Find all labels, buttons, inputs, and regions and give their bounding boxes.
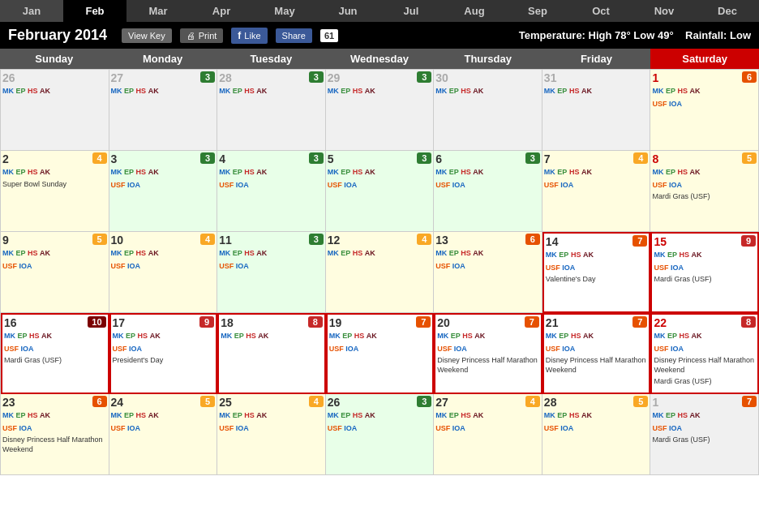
crowd-badge: 3 <box>417 396 431 407</box>
calendar-day[interactable]: 1 6 MK EP HS AK USF IOA <box>650 70 759 151</box>
park-codes-row1: MK EP HS AK <box>219 86 324 97</box>
calendar-day[interactable]: 27 3 MK EP HS AK <box>109 70 218 151</box>
calendar-day[interactable]: 1 7 MK EP HS AK USF IOA Mardi Gras (USF) <box>650 394 759 475</box>
calendar-day[interactable]: 30 MK EP HS AK <box>434 70 542 151</box>
print-button[interactable]: 🖨 Print <box>180 28 224 43</box>
print-label: Print <box>199 31 217 41</box>
crowd-badge: 3 <box>309 152 324 164</box>
month-dec[interactable]: Dec <box>696 0 759 22</box>
cell-top: 26 3 <box>328 396 432 409</box>
temp-high: High 78° <box>589 29 631 41</box>
park-codes-row1: MK EP HS AK <box>652 167 757 178</box>
calendar-day[interactable]: 6 3 MK EP HS AK USF IOA <box>434 151 542 232</box>
park-codes-row2: USF IOA <box>652 423 757 434</box>
cell-date: 27 <box>111 71 124 84</box>
cell-top: 1 6 <box>652 71 757 84</box>
month-sep[interactable]: Sep <box>506 0 569 22</box>
park-codes-row2: USF IOA <box>328 423 432 434</box>
header-saturday: Saturday <box>650 49 759 69</box>
calendar-day[interactable]: 20 7 MK EP HS AK USF IOA Disney Princess… <box>434 313 542 394</box>
cell-date: 1 <box>652 71 658 84</box>
calendar-day[interactable]: 4 3 MK EP HS AK USF IOA <box>217 151 326 232</box>
park-codes-row1: MK EP HS AK <box>2 167 107 178</box>
calendar-day[interactable]: 8 5 MK EP HS AK USF IOA Mardi Gras (USF) <box>650 151 759 232</box>
facebook-share[interactable]: Share <box>276 28 312 43</box>
park-codes-row2: USF IOA <box>546 344 648 354</box>
calendar-day[interactable]: 9 5 MK EP HS AK USF IOA <box>1 232 109 313</box>
month-jul[interactable]: Jul <box>380 0 443 22</box>
calendar-day[interactable]: 13 6 MK EP HS AK USF IOA <box>434 232 542 313</box>
header-wednesday: Wednesday <box>325 49 434 69</box>
park-codes-row1: MK EP HS AK <box>654 331 756 341</box>
park-codes-row1: MK EP HS AK <box>4 331 106 341</box>
calendar-day[interactable]: 11 3 MK EP HS AK USF IOA <box>217 232 326 313</box>
month-nov[interactable]: Nov <box>632 0 696 22</box>
month-may[interactable]: May <box>253 0 316 22</box>
rainfall-label: Rainfall: <box>685 29 727 41</box>
calendar-day[interactable]: 15 9 MK EP HS AK USF IOA Mardi Gras (USF… <box>650 232 759 313</box>
calendar-day[interactable]: 24 5 MK EP HS AK USF IOA <box>109 394 218 475</box>
park-codes-row1: MK EP HS AK <box>111 248 216 259</box>
month-jun[interactable]: Jun <box>316 0 380 22</box>
event-label: Disney Princess Half Marathon Weekend <box>546 356 648 375</box>
cell-top: 29 3 <box>328 71 432 84</box>
park-codes-row2: USF IOA <box>111 261 216 272</box>
event-label: Super Bowl Sunday <box>2 180 107 190</box>
month-oct[interactable]: Oct <box>569 0 632 22</box>
calendar-day[interactable]: 28 5 MK EP HS AK USF IOA <box>542 394 651 475</box>
crowd-badge: 3 <box>200 71 215 83</box>
calendar-day[interactable]: 25 4 MK EP HS AK USF IOA <box>217 394 326 475</box>
park-codes-row1: MK EP HS AK <box>435 248 540 259</box>
event-label: Disney Princess Half Marathon Weekend <box>437 356 539 375</box>
crowd-badge: 3 <box>309 234 324 245</box>
view-key-button[interactable]: View Key <box>122 28 172 43</box>
calendar-day[interactable]: 28 3 MK EP HS AK <box>217 70 326 151</box>
crowd-badge: 6 <box>525 234 540 245</box>
month-aug[interactable]: Aug <box>443 0 506 22</box>
cell-date: 24 <box>111 396 124 409</box>
calendar-day[interactable]: 17 9 MK EP HS AK USF IOA President's Day <box>109 313 218 394</box>
crowd-badge: 3 <box>309 71 324 83</box>
cell-date: 9 <box>2 234 9 247</box>
calendar-day[interactable]: 16 10 MK EP HS AK USF IOA Mardi Gras (US… <box>1 313 109 394</box>
calendar-day[interactable]: 7 4 MK EP HS AK USF IOA <box>542 151 651 232</box>
calendar-day[interactable]: 26 MK EP HS AK <box>1 70 109 151</box>
park-codes-row1: MK EP HS AK <box>328 248 432 259</box>
header-sunday: Sunday <box>0 49 109 69</box>
month-mar[interactable]: Mar <box>126 0 190 22</box>
calendar-day[interactable]: 21 7 MK EP HS AK USF IOA Disney Princess… <box>542 313 651 394</box>
month-jan[interactable]: Jan <box>0 0 63 22</box>
cell-top: 11 3 <box>219 234 324 247</box>
month-apr[interactable]: Apr <box>190 0 253 22</box>
calendar-day[interactable]: 31 MK EP HS AK <box>542 70 651 151</box>
park-codes-row2: USF IOA <box>437 344 539 354</box>
page-title: February 2014 <box>8 27 107 44</box>
calendar-day[interactable]: 23 6 MK EP HS AK USF IOA Disney Princess… <box>1 394 109 475</box>
crowd-badge: 7 <box>525 316 539 328</box>
calendar-day[interactable]: 3 3 MK EP HS AK USF IOA <box>109 151 218 232</box>
crowd-badge: 6 <box>92 396 107 407</box>
cell-date: 28 <box>219 71 232 84</box>
facebook-like[interactable]: f Like <box>231 28 267 44</box>
calendar-day[interactable]: 29 3 MK EP HS AK <box>326 70 435 151</box>
calendar-day[interactable]: 26 3 MK EP HS AK USF IOA <box>326 394 435 475</box>
cell-date: 28 <box>544 396 557 409</box>
cell-date: 23 <box>2 396 15 409</box>
rainfall-value: Low <box>730 29 751 41</box>
calendar-day[interactable]: 5 3 MK EP HS AK USF IOA <box>326 151 435 232</box>
calendar-day[interactable]: 22 8 MK EP HS AK USF IOA Disney Princess… <box>650 313 759 394</box>
calendar-day[interactable]: 27 4 MK EP HS AK USF IOA <box>434 394 542 475</box>
cell-date: 22 <box>654 316 667 329</box>
calendar-day[interactable]: 18 8 MK EP HS AK <box>217 313 326 394</box>
cell-top: 27 3 <box>111 71 216 84</box>
temperature-label: Temperature: <box>519 29 585 41</box>
calendar-day[interactable]: 14 7 MK EP HS AK USF IOA Valentine's Day <box>542 232 651 313</box>
calendar-day[interactable]: 12 4 MK EP HS AK <box>326 232 435 313</box>
park-codes-row1: MK EP HS AK <box>652 86 757 97</box>
park-codes-row1: MK EP HS AK <box>654 250 756 260</box>
month-feb[interactable]: Feb <box>63 0 126 22</box>
cell-top: 8 5 <box>652 152 757 165</box>
calendar-day[interactable]: 10 4 MK EP HS AK USF IOA <box>109 232 218 313</box>
calendar-day[interactable]: 19 7 MK EP HS AK USF IOA <box>326 313 435 394</box>
calendar-day[interactable]: 2 4 MK EP HS AK Super Bowl Sunday <box>1 151 109 232</box>
